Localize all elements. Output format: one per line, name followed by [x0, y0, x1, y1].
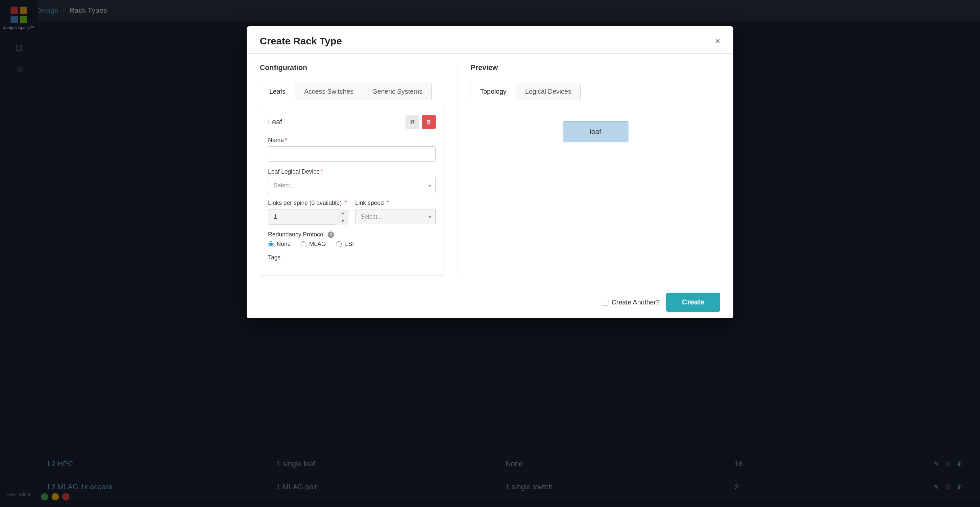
links-per-spine-wrapper: ▲ ▼ [268, 209, 348, 224]
tab-generic-systems[interactable]: Generic Systems [363, 83, 431, 100]
name-input[interactable] [268, 146, 436, 162]
tags-label: Tags [268, 254, 436, 261]
links-per-spine-label: Links per spine (0 available) * [268, 200, 348, 207]
preview-tab-bar: Topology Logical Devices [471, 83, 581, 100]
leaf-logical-device-select[interactable]: Select... [268, 178, 436, 193]
spinner-up-button[interactable]: ▲ [337, 209, 348, 217]
redundancy-mlag-label[interactable]: MLAG [301, 241, 326, 248]
create-another-checkbox[interactable] [602, 299, 608, 305]
tab-topology[interactable]: Topology [471, 83, 516, 100]
delete-icon: 🗑 [426, 119, 432, 126]
config-heading: Configuration [260, 64, 444, 76]
redundancy-none-radio[interactable] [268, 242, 274, 247]
leaf-logical-device-required: * [321, 168, 323, 175]
preview-heading: Preview [471, 64, 720, 76]
form-card-title: Leaf [268, 118, 282, 126]
modal-close-button[interactable]: × [715, 37, 720, 46]
link-speed-label: Link speed * [355, 200, 436, 207]
modal-title: Create Rack Type [260, 35, 342, 47]
redundancy-mlag-radio[interactable] [301, 242, 307, 247]
preview-panel: Preview Topology Logical Devices leaf [457, 64, 720, 276]
name-required: * [285, 137, 287, 143]
leaf-logical-device-group: Leaf Logical Device* Select... [268, 168, 436, 193]
number-spinners: ▲ ▼ [337, 209, 348, 224]
copy-icon: ⧉ [410, 119, 415, 126]
preview-topology-area: leaf [471, 108, 720, 156]
tab-logical-devices[interactable]: Logical Devices [516, 83, 581, 100]
redundancy-info-icon: ? [328, 232, 334, 238]
form-card-header: Leaf ⧉ 🗑 [268, 115, 436, 129]
copy-leaf-button[interactable]: ⧉ [406, 115, 419, 129]
config-tab-bar: Leafs Access Switches Generic Systems [260, 83, 432, 100]
configuration-panel: Configuration Leafs Access Switches Gene… [260, 64, 444, 276]
redundancy-esi-label[interactable]: ESI [336, 241, 354, 248]
modal-header: Create Rack Type × [247, 26, 733, 54]
name-field-group: Name* [268, 137, 436, 162]
name-label: Name* [268, 137, 436, 144]
create-button[interactable]: Create [666, 292, 720, 312]
create-rack-type-modal: Create Rack Type × Configuration Leafs A… [247, 26, 733, 318]
leaf-preview-box: leaf [563, 121, 628, 142]
link-speed-select[interactable]: Select... [355, 209, 436, 224]
tab-access-switches[interactable]: Access Switches [295, 83, 363, 100]
redundancy-label: Redundancy Protocol ? [268, 231, 436, 238]
leaf-logical-device-select-wrapper: Select... [268, 178, 436, 193]
leaf-form-card: Leaf ⧉ 🗑 Name* [260, 107, 444, 276]
delete-leaf-button[interactable]: 🗑 [422, 115, 436, 129]
redundancy-esi-radio[interactable] [336, 242, 342, 247]
redundancy-protocol-group: Redundancy Protocol ? None MLAG [268, 231, 436, 248]
modal-body: Configuration Leafs Access Switches Gene… [247, 54, 733, 286]
redundancy-none-label[interactable]: None [268, 241, 291, 248]
create-another-label[interactable]: Create Another? [602, 299, 660, 306]
spinner-down-button[interactable]: ▼ [337, 217, 348, 224]
tags-group: Tags [268, 254, 436, 261]
tab-leafs[interactable]: Leafs [260, 83, 295, 100]
link-speed-group: Link speed * Select... [355, 200, 436, 224]
leaf-logical-device-label: Leaf Logical Device* [268, 168, 436, 175]
links-per-spine-group: Links per spine (0 available) * ▲ ▼ [268, 200, 348, 224]
modal-footer: Create Another? Create [247, 286, 733, 318]
form-card-actions: ⧉ 🗑 [406, 115, 436, 129]
link-speed-select-wrapper: Select... [355, 209, 436, 224]
links-speed-row: Links per spine (0 available) * ▲ ▼ [268, 200, 436, 231]
redundancy-radio-group: None MLAG ESI [268, 241, 436, 248]
